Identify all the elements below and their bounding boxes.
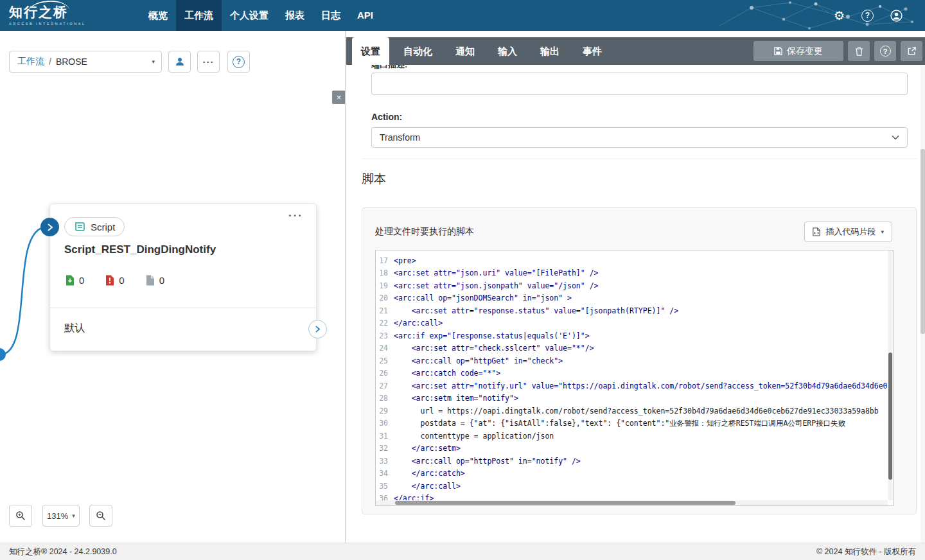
delete-port-button[interactable] [848,41,870,61]
footer-copyright-text: © 2024 知行软件 - 版权所有 [816,547,916,557]
chevron-right-icon [47,223,53,231]
script-editor-label: 处理文件时要执行的脚本 [375,226,474,238]
line-number: 28 [376,392,394,405]
zoom-out-button[interactable] [89,505,112,527]
pending-file-icon [146,275,155,286]
nav-item-overview[interactable]: 概览 [140,0,176,31]
settings-gear-icon[interactable]: ⚙ [834,10,845,22]
editor-horizontal-scrollbar [376,500,888,505]
save-changes-button[interactable]: 保存变更 [753,41,843,61]
help-icon[interactable]: ? [861,10,874,22]
port-description-label-clipped: 端口描述: [371,65,407,70]
port-description-input[interactable] [371,73,908,95]
line-number: 26 [376,367,394,380]
tab-automation[interactable]: 自动化 [394,37,441,65]
action-select[interactable]: Transform [371,127,908,148]
breadcrumb-separator: / [49,57,51,67]
panel-scrollbar-thumb[interactable] [921,149,925,334]
code-line-text: <arc:set attr="response.status" value="[… [394,305,678,318]
app-logo-title: 知行之桥 [9,3,86,21]
code-scroll-area: 16 17 <pre> 18 <arc:set attr="jso [376,250,888,500]
app-logo[interactable]: 知行之桥 ARCESB INTERNATIONAL [9,3,86,26]
nav-item-profile-settings[interactable]: 个人设置 [222,0,277,31]
code-line-text: </arc:call> [394,317,443,330]
open-flow-button[interactable] [308,320,327,338]
line-number: 19 [376,280,394,293]
section-divider [362,159,917,159]
nav-item-api[interactable]: API [349,0,382,31]
line-number: 24 [376,342,394,355]
canvas-help-button[interactable]: ? [227,51,250,73]
insert-snippet-button[interactable]: 插入代码片段 ▾ [804,222,892,242]
external-link-icon [908,47,916,55]
pending-files-counter[interactable]: 0 [146,275,164,286]
line-number: 34 [376,468,394,480]
code-line: 33 <arc:call op="httpPost" in="notify" /… [376,455,888,468]
pending-files-count: 0 [159,275,164,286]
code-line: 28 <arc:setm item="notify"> [376,392,888,405]
card-input-connector-node[interactable] [40,218,59,236]
chevron-down-icon: ▾ [881,229,884,235]
tab-output[interactable]: 输出 [531,37,568,65]
line-number: 23 [376,330,394,343]
line-number: 30 [376,417,394,430]
zoom-level-dropdown[interactable]: 131% ▾ [42,505,80,527]
person-icon [175,57,185,67]
code-line: 19 <arc:set attr="json.jsonpath" value="… [376,280,888,293]
editor-horizontal-scrollbar-thumb[interactable] [395,501,736,505]
success-files-counter[interactable]: 0 [66,275,84,286]
code-line: 31 contenttype = application/json [376,430,888,443]
script-section-title: 脚本 [362,171,386,188]
code-line-text: <arc:set attr="notify.url" value="https:… [394,380,888,393]
tab-events[interactable]: 事件 [574,37,611,65]
editor-vertical-scrollbar [888,250,893,500]
code-line-text: </arc:catch> [394,468,465,480]
flow-branch-label: 默认 [64,322,85,335]
code-line: 30 postdata = {"at": {"isAtAll":false},"… [376,417,888,430]
code-line-text: <arc:set attr="check.sslcert" value="*"/… [394,342,594,355]
code-line-text: </arc:call> [394,480,461,493]
tab-notifications[interactable]: 通知 [446,37,484,65]
success-file-icon [66,275,75,286]
nav-item-logs[interactable]: 日志 [313,0,349,31]
action-label: Action: [371,112,402,122]
tab-input[interactable]: 输入 [489,37,526,65]
open-in-new-window-button[interactable] [901,41,922,61]
workflow-card-script[interactable]: Script ··· Script_REST_DingDingNotify 0 … [49,204,317,351]
collapse-panel-button[interactable]: × [332,91,346,104]
editor-vertical-scrollbar-thumb[interactable] [888,353,892,480]
code-line-text: contenttype = application/json [394,430,554,443]
account-icon[interactable] [890,10,903,22]
code-line: 17 <pre> [376,255,888,268]
script-type-icon [74,222,85,232]
breadcrumb-workflows-link[interactable]: 工作流 [17,56,44,67]
line-number: 33 [376,455,394,468]
nav-item-workflows[interactable]: 工作流 [176,0,222,31]
line-number: 25 [376,355,394,368]
code-editor[interactable]: 16 17 <pre> 18 <arc:set attr="jso [375,250,894,506]
question-circle-icon: ? [880,46,891,57]
app-window: 知行之桥 ARCESB INTERNATIONAL 概览 工作流 个人设置 报表… [0,0,925,560]
code-line: 32 </arc:setm> [376,442,888,455]
code-line: 26 <arc:catch code="*"> [376,367,888,380]
nav-item-reports[interactable]: 报表 [277,0,313,31]
panel-help-button[interactable]: ? [874,41,896,61]
card-menu-button[interactable]: ··· [288,209,303,222]
chevron-down-icon [892,135,899,140]
canvas-more-button[interactable]: ··· [197,51,220,73]
error-files-counter[interactable]: 0 [105,275,124,286]
zoom-in-button[interactable] [9,505,32,527]
workspace-users-button[interactable] [168,51,191,73]
code-line-text: <arc:if exp="[response.status|equals('E'… [394,330,590,343]
code-line-text: </arc:if> [394,493,434,500]
chevron-right-icon [315,326,321,333]
connector-type-pill: Script [64,217,125,236]
main-nav: 概览 工作流 个人设置 报表 日志 API [140,0,382,31]
error-file-icon [105,275,114,286]
breadcrumb[interactable]: 工作流 / BROSE ▾ [9,51,162,73]
card-title: Script_REST_DingDingNotify [64,243,216,256]
tab-settings[interactable]: 设置 [352,37,389,65]
code-line-text: <arc:call op="httpPost" in="notify" /> [394,455,581,468]
code-line-text: postdata = {"at": {"isAtAll":false},"tex… [394,417,845,430]
chevron-down-icon[interactable]: ▾ [152,58,155,65]
